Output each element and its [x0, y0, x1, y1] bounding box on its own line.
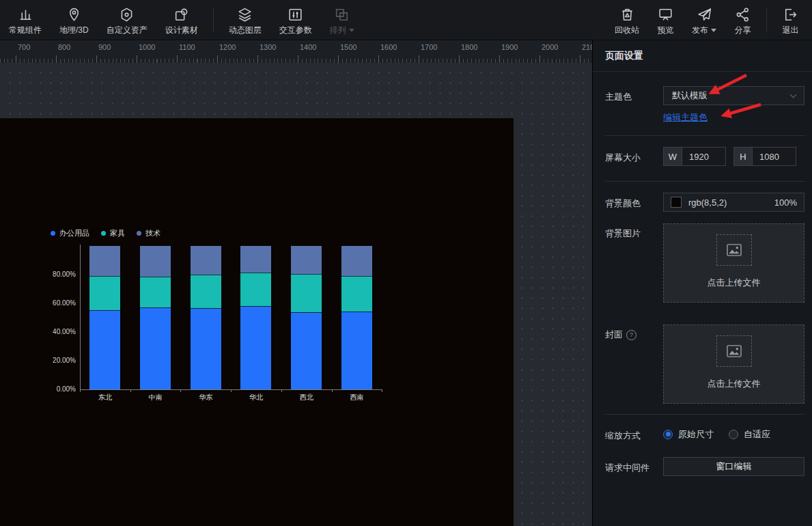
bar-segment-办公用品 [140, 307, 171, 389]
cover-upload[interactable]: 点击上传文件 [663, 324, 804, 404]
scale-mode-radio-0[interactable]: 原始尺寸 [663, 428, 714, 441]
trash-icon [619, 5, 636, 23]
toolbar-item-custom-assets[interactable]: 自定义资产 [98, 0, 156, 40]
scale-mode-radio-1[interactable]: 自适应 [729, 428, 770, 441]
color-value: rgb(8,5,2) [688, 197, 774, 208]
map-pin-icon [66, 5, 83, 23]
x-axis-tick [130, 389, 131, 392]
upload-hint: 点击上传文件 [708, 378, 761, 390]
divider [605, 414, 805, 415]
theme-color-label: 主题色 [605, 91, 663, 103]
arrange-icon [333, 5, 350, 23]
ruler-label: 1100 [179, 43, 195, 51]
preview-monitor-icon [657, 5, 674, 23]
help-icon[interactable]: ? [626, 330, 636, 340]
x-axis-tick [231, 389, 232, 392]
toolbar-item-dynamic-layers[interactable]: 动态图层 [220, 0, 270, 40]
toolbar-item-design-materials[interactable]: 设计素材 [156, 0, 207, 40]
hexagon-asset-icon [118, 5, 135, 23]
x-axis-tick [281, 389, 282, 392]
bar-segment-家具 [341, 276, 372, 312]
toolbar-item-label: 发布 [692, 26, 708, 34]
ruler-major-tick [96, 55, 97, 63]
cover-label-text: 封面 [605, 329, 623, 340]
top-toolbar: 常规组件地理/3D自定义资产设计素材动态图层交互参数排列 回收站预览发布分享退出 [0, 0, 812, 40]
stacked-bar-东北 [89, 246, 120, 389]
caret-down-icon [711, 29, 716, 32]
toolbar-item-interaction-params[interactable]: 交互参数 [270, 0, 321, 40]
bar-segment-办公用品 [291, 312, 322, 389]
bar-segment-家具 [89, 276, 120, 310]
ruler-major-tick [338, 55, 339, 63]
y-tick-label: 60.00% [41, 300, 76, 307]
toolbar-item-label: 动态图层 [229, 26, 262, 34]
toolbar-separator [213, 8, 214, 32]
x-category-label: 西南 [332, 394, 382, 401]
radio-label: 自适应 [744, 428, 770, 441]
scale-mode-label: 缩放方式 [605, 430, 663, 442]
stacked-bar-西南 [341, 246, 372, 389]
toolbar-item-share[interactable]: 分享 [725, 0, 760, 40]
stacked-bar-中南 [140, 246, 171, 389]
bar-segment-办公用品 [191, 308, 221, 389]
radio-selected-icon [663, 430, 673, 439]
design-shapes-icon [173, 5, 190, 23]
toolbar-item-label: 自定义资产 [107, 26, 148, 34]
ruler-major-tick [459, 55, 460, 63]
y-tick-label: 80.00% [41, 271, 76, 278]
bar-segment-家具 [140, 277, 171, 307]
toolbar-item-label: 设计素材 [165, 26, 198, 34]
ruler-major-tick [217, 55, 218, 63]
exit-icon [782, 5, 799, 23]
share-icon [734, 5, 751, 23]
x-category-label: 华东 [180, 394, 231, 401]
background-color-picker[interactable]: rgb(8,5,2) 100% [663, 193, 804, 212]
toolbar-item-recycle-bin[interactable]: 回收站 [606, 0, 648, 40]
window-edit-button[interactable]: 窗口编辑 [663, 457, 804, 476]
background-image-upload[interactable]: 点击上传文件 [663, 223, 804, 303]
x-category-label: 华北 [231, 394, 281, 401]
width-field-group: W [663, 147, 726, 166]
stacked-bar-chart-widget[interactable]: 办公用品家具技术 0.00%20.00%40.00%60.00%80.00%东北… [41, 225, 393, 411]
toolbar-item-publish[interactable]: 发布 [683, 0, 725, 40]
ruler-label: 1600 [380, 43, 397, 51]
workspace[interactable]: 办公用品家具技术 0.00%20.00%40.00%60.00%80.00%东北… [0, 63, 592, 526]
toolbar-item-label: 分享 [735, 26, 751, 34]
toolbar-item-label: 排列 [330, 26, 346, 34]
background-color-label: 背景颜色 [605, 197, 663, 210]
toolbar-item-label: 地理/3D [59, 26, 89, 34]
toolbar-item-geo-3d[interactable]: 地理/3D [51, 0, 98, 40]
ruler-label: 1800 [461, 43, 477, 51]
toolbar-item-label: 常规组件 [9, 26, 42, 34]
y-tick-label: 20.00% [41, 357, 76, 364]
ruler-label: 1500 [340, 43, 356, 51]
edit-theme-color-link[interactable]: 编辑主题色 [663, 112, 708, 122]
bar-segment-家具 [240, 273, 271, 306]
ruler-major-tick [378, 55, 379, 63]
toolbar-separator [766, 8, 767, 32]
height-input[interactable] [753, 148, 796, 165]
toolbar-item-label: 退出 [783, 26, 799, 34]
y-tick-label: 0.00% [41, 386, 76, 393]
toolbar-item-preview[interactable]: 预览 [648, 0, 683, 40]
design-canvas[interactable]: 办公用品家具技术 0.00%20.00%40.00%60.00%80.00%东北… [0, 118, 514, 526]
toolbar-item-regular-components[interactable]: 常规组件 [0, 0, 51, 40]
x-axis-tick [382, 389, 382, 392]
toolbar-item-exit[interactable]: 退出 [773, 0, 808, 40]
image-placeholder-icon [716, 335, 752, 367]
legend-dot [137, 231, 141, 236]
bar-segment-技术 [140, 246, 171, 277]
width-input[interactable] [682, 148, 725, 165]
theme-template-dropdown[interactable]: 默认模版 [663, 86, 804, 105]
y-axis-line [80, 245, 81, 389]
bar-segment-技术 [191, 246, 221, 275]
height-prefix: H [734, 148, 753, 165]
bar-segment-办公用品 [240, 306, 271, 389]
x-category-label: 东北 [80, 394, 130, 401]
bar-segment-技术 [240, 246, 271, 273]
divider [605, 135, 805, 136]
caret-down-icon [349, 29, 354, 32]
layers-icon [236, 5, 253, 23]
cover-label: 封面? [605, 329, 663, 341]
legend-dot [51, 231, 55, 236]
